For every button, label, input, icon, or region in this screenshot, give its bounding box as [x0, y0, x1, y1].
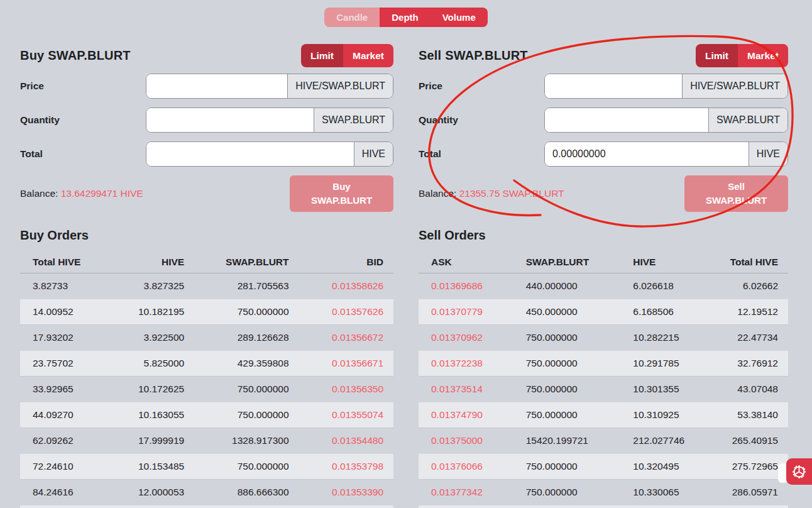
order-cell: 12.19512	[714, 299, 788, 324]
order-cell: 10.320495	[625, 453, 714, 479]
order-row[interactable]: 0.0137500015420.199721212.027746265.4091…	[419, 428, 788, 453]
tab-volume[interactable]: Volume	[431, 8, 488, 27]
order-cell: 265.40915	[714, 428, 788, 453]
buy-price-label: Price	[20, 80, 146, 92]
order-row[interactable]: 0.01370779450.0000006.16850612.19512	[419, 299, 788, 324]
buy-limit-tab[interactable]: Limit	[301, 44, 343, 67]
order-row[interactable]: 0.01372238750.00000010.29178532.76912	[419, 350, 788, 376]
buy-submit-button[interactable]: Buy SWAP.BLURT	[290, 175, 393, 212]
sell-quantity-input[interactable]	[545, 108, 708, 132]
sell-price-unit: HIVE/SWAP.BLURT	[682, 74, 787, 98]
column-header: HIVE	[625, 251, 714, 273]
order-cell: 15420.199721	[518, 428, 626, 453]
column-header: BID	[297, 251, 393, 273]
order-row[interactable]: 72.2461010.153485750.0000000.01353798	[20, 453, 393, 479]
order-cell: 10.330065	[625, 479, 714, 505]
sell-panel-title: Sell SWAP.BLURT	[419, 48, 528, 63]
order-cell	[192, 505, 296, 508]
order-cell: 750.000000	[192, 453, 296, 479]
sell-total-unit: HIVE	[749, 142, 787, 166]
buy-balance-amount[interactable]: 13.64299471 HIVE	[61, 188, 143, 199]
order-row-clipped	[419, 505, 788, 508]
order-row[interactable]: 17.932023.922500289.1266280.01356672	[20, 324, 393, 350]
order-cell: 17.999919	[110, 428, 192, 453]
order-row[interactable]: 62.0926217.9999191328.9173000.01354480	[20, 428, 393, 453]
order-row[interactable]: 0.01376066750.00000010.320495275.72965	[419, 453, 788, 479]
order-cell: 0.01355074	[297, 402, 393, 428]
buy-total-input[interactable]	[146, 142, 354, 166]
order-cell: 0.01358626	[297, 273, 393, 299]
order-cell	[625, 505, 714, 508]
sell-balance-amount[interactable]: 21355.75 SWAP.BLURT	[459, 188, 564, 199]
order-row[interactable]: 23.757025.825000429.3598080.01356671	[20, 350, 393, 376]
order-cell: 22.47734	[714, 324, 788, 350]
sell-market-tab[interactable]: Market	[738, 44, 788, 67]
order-cell: 750.000000	[192, 299, 296, 324]
order-row[interactable]: 44.0927010.163055750.0000000.01355074	[20, 402, 393, 428]
order-cell: 5.825000	[110, 350, 192, 376]
buy-price-input[interactable]	[146, 74, 287, 98]
buy-total-group: HIVE	[146, 141, 393, 167]
sell-orders-title: Sell Orders	[419, 228, 788, 243]
order-cell: 0.01356350	[297, 376, 393, 402]
column-header: ASK	[419, 251, 518, 273]
order-cell: 10.282215	[625, 324, 714, 350]
buy-price-group: HIVE/SWAP.BLURT	[146, 74, 393, 99]
order-cell: 0.01375000	[419, 428, 518, 453]
order-cell: 281.705563	[192, 273, 296, 299]
sell-price-input[interactable]	[545, 74, 682, 98]
order-cell: 0.01370962	[419, 324, 518, 350]
buy-balance: Balance: 13.64299471 HIVE	[20, 188, 143, 199]
buy-quantity-label: Quantity	[20, 114, 146, 126]
sell-order-type-tabs: Limit Market	[696, 44, 788, 67]
order-row[interactable]: 84.2461612.000053886.6663000.01353390	[20, 479, 393, 505]
buy-market-tab[interactable]: Market	[343, 44, 393, 67]
order-cell	[110, 505, 192, 508]
order-cell: 429.359808	[192, 350, 296, 376]
order-row[interactable]: 33.9296510.172625750.0000000.01356350	[20, 376, 393, 402]
order-row[interactable]: 0.01374790750.00000010.31092553.38140	[419, 402, 788, 428]
order-row[interactable]: 0.01373514750.00000010.30135543.07048	[419, 376, 788, 402]
order-cell: 450.000000	[518, 299, 626, 324]
sell-total-label: Total	[419, 148, 544, 160]
buy-quantity-input[interactable]	[146, 108, 314, 132]
order-cell: 3.827325	[110, 273, 192, 299]
column-header: Total HIVE	[714, 251, 788, 273]
buy-orders-table: Total HIVEHIVESWAP.BLURTBID3.827333.8273…	[20, 251, 393, 508]
order-cell: 10.172625	[110, 376, 192, 402]
order-row[interactable]: 0.01370962750.00000010.28221522.47734	[419, 324, 788, 350]
settings-button[interactable]	[786, 458, 812, 485]
buy-order-type-tabs: Limit Market	[301, 44, 393, 67]
sell-submit-button[interactable]: Sell SWAP.BLURT	[684, 175, 788, 212]
order-cell: 23.75702	[20, 350, 110, 376]
buy-total-unit: HIVE	[354, 142, 393, 166]
order-cell: 0.01357626	[297, 299, 393, 324]
sell-limit-tab[interactable]: Limit	[696, 44, 738, 67]
sell-panel: Sell SWAP.BLURT Limit Market Price HIVE/…	[419, 44, 788, 508]
buy-total-label: Total	[20, 148, 146, 160]
sell-quantity-group: SWAP.BLURT	[544, 108, 788, 133]
buy-quantity-unit: SWAP.BLURT	[314, 108, 393, 132]
tab-depth[interactable]: Depth	[380, 8, 431, 27]
order-row[interactable]: 3.827333.827325281.7055630.01358626	[20, 273, 393, 299]
order-cell: 33.92965	[20, 376, 110, 402]
chart-tabs-group: Candle Depth Volume	[324, 8, 488, 27]
order-row[interactable]: 0.01369686440.0000006.0266186.02662	[419, 273, 788, 299]
order-row[interactable]: 0.01377342750.00000010.330065286.05971	[419, 479, 788, 505]
order-cell: 6.02662	[714, 273, 788, 299]
order-cell: 750.000000	[518, 402, 626, 428]
column-header: SWAP.BLURT	[518, 251, 626, 273]
order-row[interactable]: 14.0095210.182195750.0000000.01357626	[20, 299, 393, 324]
order-cell: 750.000000	[518, 376, 626, 402]
sell-quantity-label: Quantity	[419, 114, 544, 126]
sell-total-input[interactable]	[545, 142, 749, 166]
order-cell: 32.76912	[714, 350, 788, 376]
buy-quantity-group: SWAP.BLURT	[146, 108, 393, 133]
order-cell: 750.000000	[518, 479, 626, 505]
buy-balance-label: Balance:	[20, 188, 58, 199]
order-cell: 286.05971	[714, 479, 788, 505]
order-cell	[714, 505, 788, 508]
sell-total-group: HIVE	[544, 141, 788, 167]
tab-candle[interactable]: Candle	[324, 8, 380, 27]
order-cell: 212.027746	[625, 428, 714, 453]
